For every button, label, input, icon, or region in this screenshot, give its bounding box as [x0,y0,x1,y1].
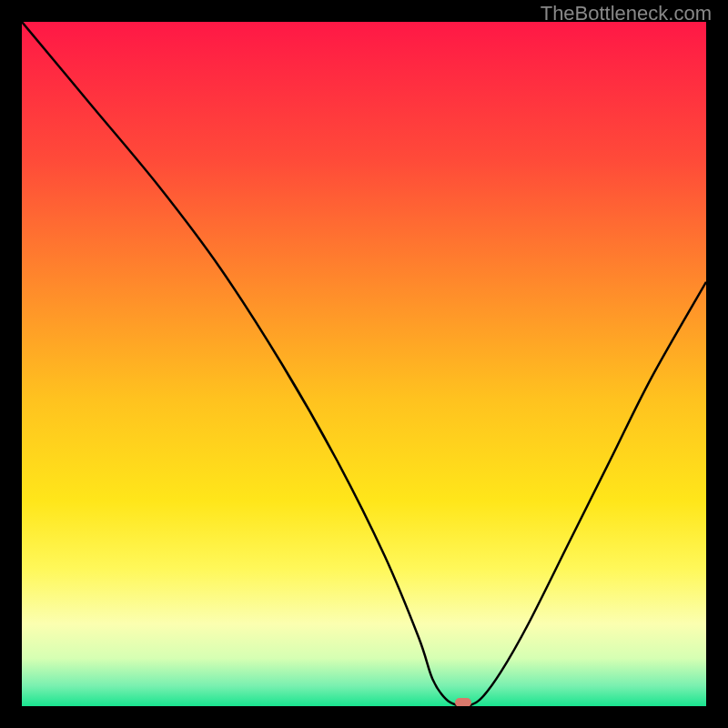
bottleneck-curve [22,22,706,706]
optimum-marker [455,698,471,706]
plot-area [22,22,706,706]
chart-container: TheBottleneck.com [0,0,728,728]
watermark-text: TheBottleneck.com [541,2,712,25]
